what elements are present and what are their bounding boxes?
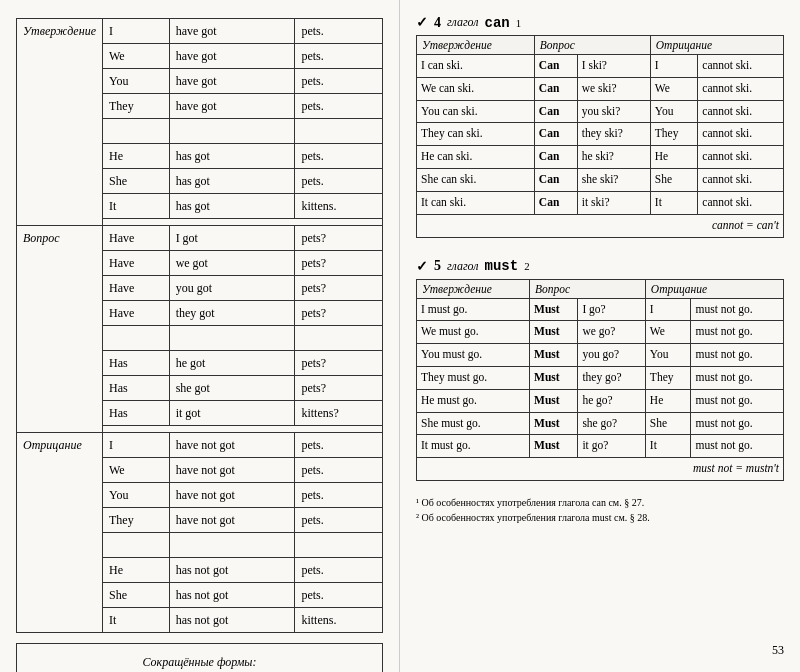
section4-num: 4 bbox=[434, 15, 441, 31]
can-table: Утверждение Вопрос Отрицание I can ski. … bbox=[416, 35, 784, 238]
footnote-1: ¹ Об особенностях употребления глагола c… bbox=[416, 495, 784, 510]
table-row: It must go. Must it go? It must not go. bbox=[417, 435, 784, 458]
subject-cell: We bbox=[102, 458, 169, 483]
obj-cell: pets. bbox=[295, 483, 383, 508]
verb-cell: has not got bbox=[169, 558, 295, 583]
section5-num: 5 bbox=[434, 258, 441, 274]
subject-cell: Has bbox=[102, 376, 169, 401]
section4-label: глагол bbox=[447, 15, 479, 30]
table-row: They can ski. Can they ski? They cannot … bbox=[417, 123, 784, 146]
obj-cell: pets. bbox=[295, 433, 383, 458]
obj-cell: pets? bbox=[295, 301, 383, 326]
table-row: He must go. Must he go? He must not go. bbox=[417, 389, 784, 412]
obj-cell: kittens. bbox=[295, 194, 383, 219]
section5-checkmark: ✓ bbox=[416, 258, 428, 275]
col-question: Вопрос bbox=[530, 279, 646, 298]
table-row: Отрицание I have not got pets. bbox=[17, 433, 383, 458]
footnotes: ¹ Об особенностях употребления глагола c… bbox=[416, 495, 784, 525]
obj-cell: pets? bbox=[295, 276, 383, 301]
table-row: They must go. Must they go? They must no… bbox=[417, 366, 784, 389]
subject-cell: Has bbox=[102, 401, 169, 426]
verb-cell: has got bbox=[169, 144, 295, 169]
page-number-right: 53 bbox=[416, 643, 784, 658]
section5-header: ✓ 5 глагол must2 bbox=[416, 258, 784, 275]
page: Утверждение I have got pets. We have got… bbox=[0, 0, 800, 672]
subject-cell: They bbox=[102, 94, 169, 119]
subject-cell: We bbox=[102, 44, 169, 69]
verb-cell: has got bbox=[169, 169, 295, 194]
have-got-table: Утверждение I have got pets. We have got… bbox=[16, 18, 383, 633]
verb-cell: they got bbox=[169, 301, 295, 326]
must-table-header-row: Утверждение Вопрос Отрицание bbox=[417, 279, 784, 298]
table-row: I can ski. Can I ski? I cannot ski. bbox=[417, 55, 784, 78]
subject-cell: I bbox=[102, 19, 169, 44]
subject-cell: I bbox=[102, 433, 169, 458]
obj-cell: pets. bbox=[295, 44, 383, 69]
table-row: She must go. Must she go? She must not g… bbox=[417, 412, 784, 435]
subject-cell: Have bbox=[102, 251, 169, 276]
footnote-2: ² Об особенностях употребления глагола m… bbox=[416, 510, 784, 525]
verb-cell: have not got bbox=[169, 458, 295, 483]
verb-cell: you got bbox=[169, 276, 295, 301]
verb-cell: have got bbox=[169, 69, 295, 94]
obj-cell: pets. bbox=[295, 558, 383, 583]
section4-sup: 1 bbox=[516, 17, 521, 29]
subject-cell: You bbox=[102, 69, 169, 94]
mustnot-equiv: must not = mustn't bbox=[417, 458, 784, 481]
left-page: Утверждение I have got pets. We have got… bbox=[0, 0, 400, 672]
obj-cell: pets? bbox=[295, 251, 383, 276]
subject-cell: Have bbox=[102, 276, 169, 301]
cannot-equiv-row: cannot = can't bbox=[417, 214, 784, 237]
verb-cell: have got bbox=[169, 94, 295, 119]
section4: ✓ 4 глагол can1 Утверждение Вопрос Отриц… bbox=[416, 14, 784, 238]
verb-cell: he got bbox=[169, 351, 295, 376]
can-table-header-row: Утверждение Вопрос Отрицание bbox=[417, 36, 784, 55]
subject-cell: They bbox=[102, 508, 169, 533]
subject-cell: It bbox=[102, 608, 169, 633]
obj-cell: kittens. bbox=[295, 608, 383, 633]
verb-cell: have not got bbox=[169, 483, 295, 508]
obj-cell: pets. bbox=[295, 508, 383, 533]
verb-cell: I got bbox=[169, 226, 295, 251]
section4-verb: can bbox=[485, 15, 510, 31]
cannot-equiv: cannot = can't bbox=[417, 214, 784, 237]
verb-cell: has got bbox=[169, 194, 295, 219]
obj-cell: pets? bbox=[295, 226, 383, 251]
subject-cell: You bbox=[102, 483, 169, 508]
verb-cell: we got bbox=[169, 251, 295, 276]
verb-cell: has not got bbox=[169, 608, 295, 633]
obj-cell: pets? bbox=[295, 376, 383, 401]
verb-cell: she got bbox=[169, 376, 295, 401]
section4-header: ✓ 4 глагол can1 bbox=[416, 14, 784, 31]
table-row: Утверждение I have got pets. bbox=[17, 19, 383, 44]
must-table: Утверждение Вопрос Отрицание I must go. … bbox=[416, 279, 784, 482]
verb-cell: it got bbox=[169, 401, 295, 426]
negation-header: Отрицание bbox=[17, 433, 103, 633]
short-forms-box: Сокращённые формы: I've got, we've got, … bbox=[16, 643, 383, 672]
verb-cell: has not got bbox=[169, 583, 295, 608]
table-row: She can ski. Can she ski? She cannot ski… bbox=[417, 169, 784, 192]
obj-cell: pets. bbox=[295, 583, 383, 608]
obj-cell: pets. bbox=[295, 144, 383, 169]
section5-verb: must bbox=[485, 258, 519, 274]
subject-cell: He bbox=[102, 144, 169, 169]
table-row: Вопрос Have I got pets? bbox=[17, 226, 383, 251]
col-question: Вопрос bbox=[534, 36, 650, 55]
right-page: ✓ 4 глагол can1 Утверждение Вопрос Отриц… bbox=[400, 0, 800, 672]
col-negation: Отрицание bbox=[650, 36, 783, 55]
section5-label: глагол bbox=[447, 259, 479, 274]
col-negation: Отрицание bbox=[645, 279, 783, 298]
table-row: He can ski. Can he ski? He cannot ski. bbox=[417, 146, 784, 169]
table-row: It can ski. Can it ski? It cannot ski. bbox=[417, 191, 784, 214]
question-header: Вопрос bbox=[17, 226, 103, 433]
col-affirmative: Утверждение bbox=[417, 36, 535, 55]
section5-sup: 2 bbox=[524, 260, 529, 272]
section5: ✓ 5 глагол must2 Утверждение Вопрос Отри… bbox=[416, 258, 784, 482]
subject-cell: She bbox=[102, 169, 169, 194]
section4-checkmark: ✓ bbox=[416, 14, 428, 31]
table-row: We must go. Must we go? We must not go. bbox=[417, 321, 784, 344]
affirmative-header: Утверждение bbox=[17, 19, 103, 226]
table-row: You must go. Must you go? You must not g… bbox=[417, 344, 784, 367]
verb-cell: have got bbox=[169, 19, 295, 44]
verb-cell: have got bbox=[169, 44, 295, 69]
